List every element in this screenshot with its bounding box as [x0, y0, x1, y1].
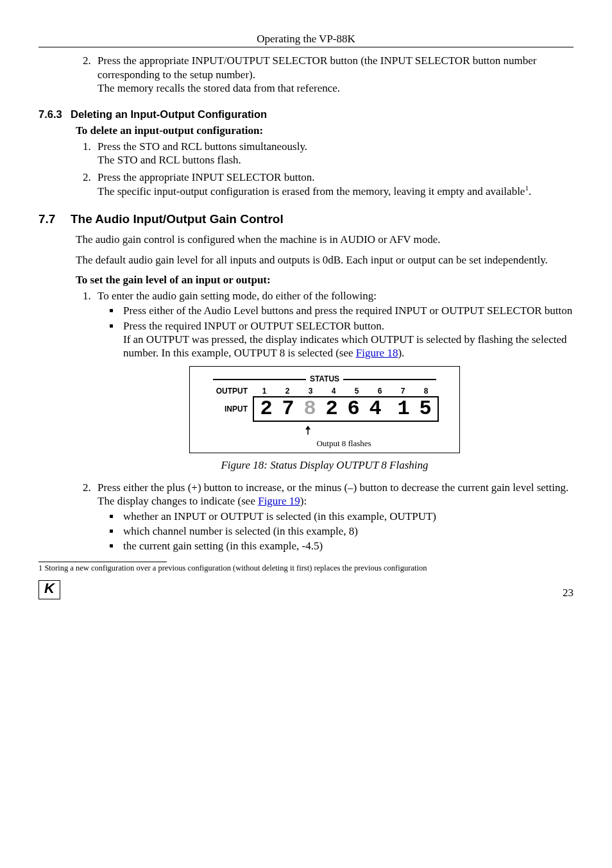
status-label: STATUS [310, 374, 339, 384]
digit-1: 2 [255, 399, 277, 419]
s1: To enter the audio gain setting mode, do… [98, 290, 377, 302]
step-text-2: The memory recalls the stored data from … [98, 82, 340, 94]
running-header: Operating the VP-88K [38, 32, 574, 47]
col-6: 6 [368, 387, 391, 396]
gain-step-2-bullets: whether an INPUT or OUTPUT is selected (… [98, 510, 574, 553]
section-title: Deleting an Input-Output Configuration [71, 108, 267, 120]
col-2: 2 [276, 387, 299, 396]
heading-77: 7.7The Audio Input/Output Gain Control [38, 212, 574, 227]
gain-step-1-bullets: Press either of the Audio Level buttons … [98, 304, 574, 360]
s1a: Press the STO and RCL buttons simultaneo… [98, 140, 307, 153]
svg-marker-1 [305, 426, 310, 430]
arrow-label: Output 8 flashes [248, 438, 440, 449]
col-8: 8 [414, 387, 438, 396]
b2b: If an OUTPUT was pressed, the display in… [123, 333, 567, 359]
s2b: The specific input-output configuration … [98, 185, 531, 197]
header-rule [38, 47, 574, 47]
bullet-selector: Press the required INPUT or OUTPUT SELEC… [121, 319, 574, 360]
instruction-lead: To delete an input-output configuration: [76, 124, 574, 137]
col-5: 5 [345, 387, 368, 396]
para-audio-mode: The audio gain control is configured whe… [76, 233, 574, 246]
col-7: 7 [391, 387, 414, 396]
gain-step-1: To enter the audio gain setting mode, do… [94, 289, 574, 360]
col-3: 3 [299, 387, 322, 396]
bullet-io-selected: whether an INPUT or OUTPUT is selected (… [121, 510, 574, 523]
page-number: 23 [563, 586, 574, 599]
gain-steps: To enter the audio gain setting mode, do… [76, 289, 574, 360]
s2a: Press the appropriate INPUT SELECTOR but… [98, 171, 314, 183]
s2a: Press either the plus (+) button to incr… [98, 481, 568, 494]
bullet-channel: which channel number is selected (in thi… [121, 524, 574, 538]
para-default-gain: The default audio gain level for all inp… [76, 253, 574, 267]
step-2-recall: Press the appropriate INPUT/OUTPUT SELEC… [94, 54, 574, 95]
col-1: 1 [253, 387, 276, 396]
col-4: 4 [322, 387, 345, 396]
delete-step-1: Press the STO and RCL buttons simultaneo… [94, 140, 574, 167]
gain-steps-continued: Press either the plus (+) button to incr… [76, 481, 574, 553]
continued-steps: Press the appropriate INPUT/OUTPUT SELEC… [76, 54, 574, 95]
seven-segment-display: 2 7 8 2 6 4 1 5 [253, 396, 439, 422]
footnote-1: 1 Storing a new configuration over a pre… [38, 563, 574, 574]
s2b: The display changes to indicate (see Fig… [98, 495, 307, 507]
bullet-audio-level: Press either of the Audio Level buttons … [121, 304, 574, 317]
step-text: Press the appropriate INPUT/OUTPUT SELEC… [98, 54, 536, 80]
instruction-lead-gain: To set the gain level of an input or out… [76, 273, 574, 287]
status-display-box: STATUS OUTPUT 1 2 3 4 5 6 7 8 INPUT 2 7 … [189, 366, 460, 453]
output-label: OUTPUT [209, 387, 253, 396]
section-number: 7.6.3 [38, 108, 71, 121]
figure-18: STATUS OUTPUT 1 2 3 4 5 6 7 8 INPUT 2 7 … [76, 366, 574, 453]
arrow-icon [248, 426, 440, 435]
gain-step-2: Press either the plus (+) button to incr… [94, 481, 574, 553]
section-title: The Audio Input/Output Gain Control [71, 212, 284, 226]
digit-7: 1 [393, 399, 414, 419]
figure-18-link[interactable]: Figure 18 [356, 347, 398, 359]
section-number: 7.7 [38, 212, 71, 227]
kramer-logo-icon: K [38, 580, 60, 599]
b2a: Press the required INPUT or OUTPUT SELEC… [123, 320, 384, 332]
figure-18-caption: Figure 18: Status Display OUTPUT 8 Flash… [76, 458, 574, 472]
delete-steps: Press the STO and RCL buttons simultaneo… [76, 140, 574, 199]
digit-5: 6 [343, 399, 364, 419]
footnote-rule [38, 562, 167, 562]
input-label: INPUT [209, 405, 253, 414]
heading-763: 7.6.3Deleting an Input-Output Configurat… [38, 108, 574, 121]
figure-19-link[interactable]: Figure 19 [258, 495, 300, 507]
s1b: The STO and RCL buttons flash. [98, 154, 241, 166]
delete-step-2: Press the appropriate INPUT SELECTOR but… [94, 171, 574, 198]
digit-2: 7 [277, 399, 299, 419]
digit-4: 2 [321, 399, 343, 419]
digit-3-flashing: 8 [299, 399, 321, 419]
digit-6: 4 [364, 399, 386, 419]
digit-8: 5 [414, 399, 436, 419]
bullet-gain: the current gain setting (in this exampl… [121, 539, 574, 553]
